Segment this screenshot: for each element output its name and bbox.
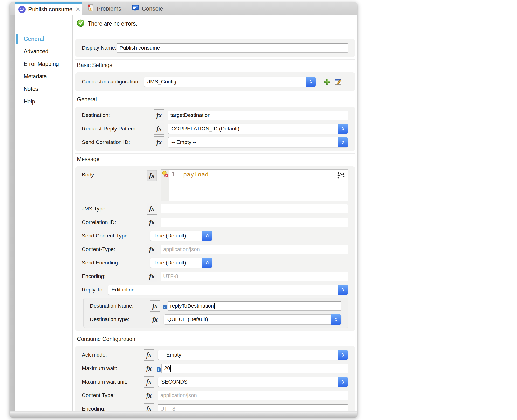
maximum-wait-value: 20 <box>164 365 170 372</box>
message-heading: Message <box>75 153 355 166</box>
destination-name-input[interactable]: replyToDestination <box>168 301 341 311</box>
properties-sidebar: General Advanced Error Mapping Metadata … <box>15 15 73 411</box>
sidebar-item-notes[interactable]: Notes <box>15 83 72 95</box>
request-reply-pattern-value: CORRELATION_ID (Default) <box>171 126 239 132</box>
console-icon <box>132 4 139 13</box>
reply-to-row: Reply To Edit inline <box>82 284 348 296</box>
destination-label: Destination: <box>82 112 154 118</box>
fx-expression-button[interactable]: fx <box>150 314 160 325</box>
consume-content-type-row: Content Type: fx <box>82 390 348 401</box>
maximum-wait-input[interactable]: 20 <box>162 364 348 373</box>
fx-expression-button[interactable]: fx <box>150 300 160 312</box>
no-errors-check-icon <box>77 19 85 28</box>
fx-expression-button[interactable]: fx <box>147 170 157 181</box>
validation-status: There are no errors. <box>77 20 357 28</box>
consume-configuration-panel: Ack mode: fx -- Empty -- Maximum wait: f… <box>75 346 355 411</box>
destination-row: Destination: fx <box>82 109 348 121</box>
content-type-label: Content-Type: <box>82 246 147 252</box>
fx-expression-button[interactable]: fx <box>147 244 157 255</box>
send-encoding-row: Send Encoding: True (Default) <box>82 257 348 269</box>
window-bottom-trim <box>10 411 357 418</box>
fx-expression-button[interactable]: fx <box>144 363 154 374</box>
fx-expression-button[interactable]: fx <box>144 376 154 388</box>
fx-expression-button[interactable]: fx <box>154 109 164 121</box>
chevron-updown-icon <box>202 258 212 268</box>
send-correlation-id-select[interactable]: -- Empty -- <box>168 137 348 147</box>
send-correlation-id-value: -- Empty -- <box>171 139 196 145</box>
fx-expression-button[interactable]: fx <box>144 403 154 411</box>
encoding-input[interactable] <box>161 272 348 281</box>
sidebar-item-advanced[interactable]: Advanced <box>15 45 72 58</box>
sidebar-item-general[interactable]: General <box>15 33 72 45</box>
jms-operation-icon <box>18 6 26 13</box>
reply-to-label: Reply To <box>82 287 108 293</box>
maximum-wait-row: Maximum wait: fx i 20 <box>82 363 348 374</box>
problems-icon <box>87 4 94 13</box>
editor-code-content[interactable]: payload <box>179 170 348 201</box>
destination-name-value: replyToDestination <box>170 303 214 309</box>
editor-annotation-ruler <box>161 170 169 201</box>
properties-window: Publish consume ✕ Problems Console Gener… <box>10 2 357 418</box>
connector-configuration-select[interactable]: JMS_Config <box>144 77 316 87</box>
dataweave-mapping-icon[interactable] <box>337 171 345 180</box>
fx-expression-button[interactable]: fx <box>154 123 164 135</box>
fx-expression-button[interactable]: fx <box>144 349 154 361</box>
reply-to-value: Edit inline <box>111 287 134 293</box>
send-correlation-id-label: Send Correlation ID: <box>82 139 154 145</box>
sidebar-item-help[interactable]: Help <box>15 95 72 108</box>
jms-type-label: JMS Type: <box>82 206 147 212</box>
text-caret <box>214 303 215 309</box>
consume-encoding-label: Encoding: <box>82 406 144 411</box>
chevron-updown-icon <box>338 285 348 295</box>
consume-content-type-input[interactable] <box>158 391 348 400</box>
consume-encoding-input[interactable] <box>158 404 348 411</box>
sidebar-item-metadata[interactable]: Metadata <box>15 70 72 83</box>
chevron-updown-icon <box>338 137 348 147</box>
edit-configuration-button[interactable] <box>334 77 343 86</box>
chevron-updown-icon <box>202 231 212 241</box>
ack-mode-select[interactable]: -- Empty -- <box>158 350 348 360</box>
chevron-updown-icon <box>331 315 341 324</box>
send-content-type-select[interactable]: True (Default) <box>150 231 212 241</box>
close-icon[interactable]: ✕ <box>76 6 80 13</box>
ack-mode-row: Ack mode: fx -- Empty -- <box>82 349 348 361</box>
add-configuration-button[interactable] <box>323 77 332 86</box>
text-caret <box>170 365 171 372</box>
connector-configuration-label: Connector configuration: <box>82 79 144 85</box>
fx-expression-button[interactable]: fx <box>154 136 164 148</box>
fx-expression-button[interactable]: fx <box>147 217 157 228</box>
tab-console[interactable]: Console <box>126 2 168 15</box>
tab-publish-consume[interactable]: Publish consume ✕ <box>15 2 82 15</box>
send-encoding-select[interactable]: True (Default) <box>150 258 212 268</box>
reply-to-select[interactable]: Edit inline <box>108 285 348 295</box>
tab-console-label: Console <box>142 5 163 12</box>
basic-settings-panel: Connector configuration: JMS_Config <box>75 72 355 91</box>
destination-type-select[interactable]: QUEUE (Default) <box>164 315 341 324</box>
maximum-wait-unit-select[interactable]: SECONDS <box>158 377 348 387</box>
destination-type-label: Destination type: <box>90 316 150 322</box>
chevron-updown-icon <box>338 350 348 360</box>
request-reply-pattern-select[interactable]: CORRELATION_ID (Default) <box>168 124 348 134</box>
destination-input[interactable] <box>168 111 348 120</box>
chevron-updown-icon <box>338 377 348 387</box>
tab-problems[interactable]: Problems <box>82 2 126 15</box>
send-content-type-value: True (Default) <box>154 233 186 239</box>
body-row: Body: fx 1 payload <box>82 169 348 201</box>
jms-type-input[interactable] <box>161 204 348 213</box>
reply-to-inline-panel: Destination Name: fx i replyToDestinatio… <box>83 298 348 328</box>
request-reply-pattern-label: Request-Reply Pattern: <box>82 126 154 132</box>
content-type-input[interactable] <box>161 245 348 254</box>
quickfix-bulb-error-icon[interactable] <box>162 171 169 179</box>
send-content-type-row: Send Content-Type: True (Default) <box>82 230 348 242</box>
correlation-id-row: Correlation ID: fx <box>82 217 348 228</box>
destination-type-value: QUEUE (Default) <box>167 316 208 322</box>
destination-name-label: Destination Name: <box>90 303 150 309</box>
fx-expression-button[interactable]: fx <box>147 203 157 215</box>
sidebar-item-error-mapping[interactable]: Error Mapping <box>15 58 72 70</box>
display-name-input[interactable] <box>117 43 348 52</box>
fx-expression-button[interactable]: fx <box>144 390 154 401</box>
body-code-editor[interactable]: 1 payload <box>161 169 348 201</box>
fx-expression-button[interactable]: fx <box>147 270 157 282</box>
encoding-row: Encoding: fx <box>82 270 348 282</box>
correlation-id-input[interactable] <box>161 218 348 227</box>
